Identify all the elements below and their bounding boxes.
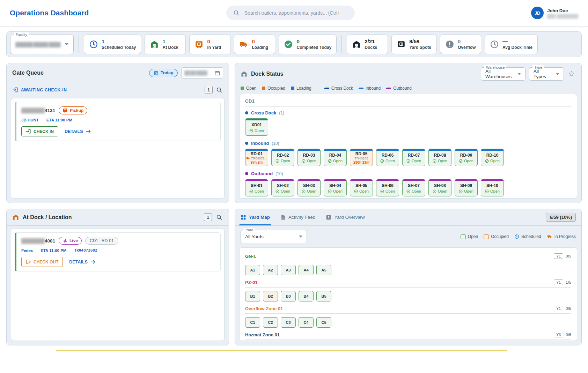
stat-card-completed-today[interactable]: 0Completed Today (279, 35, 337, 54)
dock-tile[interactable]: RD-06 Open (376, 149, 399, 166)
at-dock-list: ███████4081 Live CD1 : RD-01 Fedex ETA 1… (11, 229, 225, 341)
yard-spot[interactable]: B4 (299, 291, 314, 301)
svg-text:8: 8 (328, 216, 330, 219)
global-search-input[interactable]: Search trailers, appointments, yards... … (226, 6, 355, 20)
yard-spot[interactable]: B1 (245, 291, 260, 301)
yard-select[interactable]: Yard All Yards (241, 230, 307, 243)
dock-tile[interactable]: RD-10 Open (481, 149, 504, 166)
section-bullet (245, 111, 248, 114)
check-circle-icon (433, 189, 436, 193)
tab-yard-overview[interactable]: 8 Yard Overview (326, 209, 365, 225)
yard-spot[interactable]: A3 (281, 265, 296, 275)
check-circle-icon (406, 159, 410, 163)
yard-spot[interactable]: C2 (263, 317, 278, 328)
check-circle-icon (459, 189, 463, 193)
zone-name: Overflow Zone 01 (245, 306, 283, 311)
yard-spot[interactable]: A1 (245, 265, 260, 275)
gate-queue-card[interactable]: ███████4131 Pickup JB HUNT ETA 11:00 PM … (15, 102, 221, 141)
stat-card-yard-spots[interactable]: 8/59Yard Spots (391, 35, 436, 54)
dock-tile[interactable]: SH-08 Open (428, 179, 451, 196)
stat-card-loading[interactable]: 0Loading (234, 35, 275, 54)
tab-yard-map[interactable]: Yard Map (241, 209, 270, 225)
dock-tile[interactable]: SH-09 Open (455, 179, 478, 196)
stat-card-overflow[interactable]: 0Overflow (440, 35, 481, 54)
dock-name: SH-07 (408, 183, 420, 188)
dock-tile[interactable]: XD01 Open (245, 118, 268, 136)
carrier-name: Fedex (21, 248, 33, 253)
dock-tile[interactable]: SH-01 Open (245, 179, 268, 196)
yard-spot[interactable]: C3 (281, 317, 296, 328)
at-dock-card[interactable]: ███████4081 Live CD1 : RD-01 Fedex ETA 1… (15, 232, 221, 271)
gate-queue-title: Gate Queue (12, 70, 44, 76)
stat-card-scheduled-today[interactable]: 1Scheduled Today (84, 35, 141, 54)
yard-spot[interactable]: A5 (316, 265, 331, 275)
zone-occupancy-count: 0/5 (566, 306, 571, 311)
carrier-name: JB HUNT (21, 118, 39, 122)
yard-spot[interactable]: B5 (316, 291, 331, 301)
type-select[interactable]: Type All Types (529, 67, 564, 81)
check-out-icon (26, 259, 31, 264)
trailer-number: TR04072602 (74, 248, 97, 253)
details-link[interactable]: DETAILS (65, 129, 91, 134)
dock-tile[interactable]: SH-10 Open (481, 179, 504, 196)
search-icon (216, 87, 222, 93)
yard-spot[interactable]: C4 (299, 317, 314, 328)
details-link[interactable]: DETAILS (69, 259, 96, 264)
dock-tile[interactable]: RD-09 Open (455, 149, 478, 166)
check-in-button[interactable]: CHECK IN (21, 126, 58, 136)
stat-card-docks[interactable]: 2/21Docks (347, 35, 388, 54)
stat-card-avg-dock-time[interactable]: —Avg Dock Time (485, 35, 538, 54)
dock-tile[interactable]: RD-08 Open (428, 149, 451, 166)
dock-tile[interactable]: RD-03 Open (297, 149, 321, 166)
dock-tile[interactable]: SH-06 Open (376, 179, 399, 196)
yard-spot[interactable]: C1 (245, 317, 260, 328)
today-button[interactable]: Today (149, 69, 178, 77)
date-input[interactable]: ██/██/████ (181, 67, 223, 79)
truck-icon (246, 156, 250, 160)
stat-card-in-yard[interactable]: 0In Yard (189, 35, 230, 54)
dock-tile[interactable]: SH-02 Open (271, 179, 294, 196)
yard-capacity-badge: 6/59 (10%) (546, 213, 576, 222)
yard-map-zones[interactable]: GN-1 Y1 0/5 A1 A2 A3 (239, 247, 577, 341)
facility-select[interactable]: Facility ██████ █████ ████ (10, 35, 74, 54)
dock-status-open: Open (380, 189, 395, 193)
warehouse-group-label: CD1 (245, 98, 571, 104)
at-dock-search-button[interactable] (215, 214, 223, 221)
dock-tile[interactable]: RD-05 TR40205 (350, 149, 373, 166)
yard-spot[interactable]: B3 (281, 291, 296, 301)
dock-tile[interactable]: SH-07 Open (402, 179, 425, 196)
check-out-button[interactable]: CHECK OUT (21, 257, 63, 267)
zone-occupancy-count: 0/8 (566, 333, 571, 337)
dock-tile[interactable]: RD-04 Open (324, 149, 347, 166)
user-menu[interactable]: JD John Doe ███ ████████ (531, 7, 578, 19)
yard-spot[interactable]: B2 (263, 291, 278, 301)
dock-tile[interactable]: RD-07 Open (402, 149, 425, 166)
yard-zone: PZ-01 Y1 1/5 B1 B2 B3 (245, 279, 571, 301)
dock-name: RD-10 (486, 153, 499, 158)
dock-status-open: Open (328, 159, 343, 163)
yard-spot[interactable]: A4 (299, 265, 314, 275)
dock-status-open: Open (275, 189, 290, 193)
dock-tile[interactable]: SH-05 Open (350, 179, 373, 196)
dock-status-open: Open (459, 189, 473, 193)
section-count: (1) (279, 111, 284, 115)
location-badge: CD1 : RD-01 (85, 237, 118, 245)
dock-tile[interactable]: SH-03 Open (297, 179, 321, 196)
dock-tile[interactable]: SH-04 Open (324, 179, 347, 196)
yard-spot[interactable]: A2 (263, 265, 278, 275)
dock-type-bar (324, 179, 346, 181)
dock-tile[interactable]: RD-01 TR04072... (245, 149, 268, 166)
warehouse-select[interactable]: Warehouse All Warehouses (481, 67, 525, 81)
check-circle-icon (328, 159, 332, 163)
gate-queue-search-button[interactable] (215, 86, 223, 94)
favorite-star-button[interactable] (567, 70, 576, 78)
yard-spot[interactable]: C5 (316, 317, 331, 328)
tab-activity-feed[interactable]: Activity Feed (280, 209, 315, 225)
yard-zone: Hazmat Zone 01 Y3 0/8 H002 H004 (245, 332, 571, 341)
page-title: Operations Dashboard (10, 9, 89, 17)
alert-circle-icon (445, 40, 454, 49)
divider (245, 106, 571, 107)
app-header: Operations Dashboard Search trailers, ap… (0, 0, 588, 27)
dock-tile[interactable]: RD-02 Open (271, 149, 294, 166)
stat-card-at-dock[interactable]: 1At Dock (145, 35, 186, 54)
